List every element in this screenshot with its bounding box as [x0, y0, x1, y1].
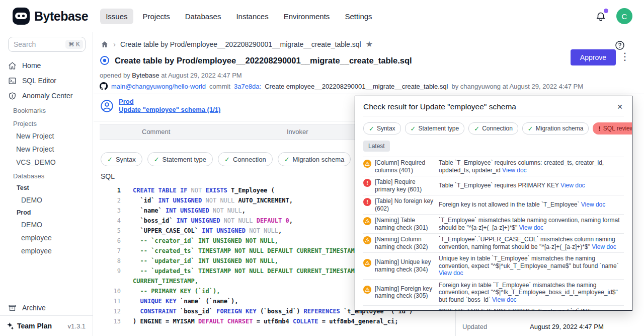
check-pill-syntax[interactable]: ✓Syntax [363, 122, 401, 135]
approve-button[interactable]: Approve [571, 49, 616, 65]
view-doc-link[interactable]: View doc [502, 167, 526, 174]
view-doc-link[interactable]: View doc [492, 296, 516, 303]
check-icon: ✓ [284, 156, 290, 163]
nav-item-settings[interactable]: Settings [339, 9, 377, 24]
sidebar-item-anomaly-center[interactable]: Anomaly Center [0, 88, 93, 103]
line-number: 4 [100, 216, 126, 226]
issue-header: Create table by Prod/employee__202208290… [100, 55, 412, 65]
sidebar-item-demo[interactable]: DEMO [0, 218, 93, 231]
sidebar-item-archive[interactable]: Archive [0, 300, 93, 315]
modal-check-pills: ✓Syntax✓Statement type✓Connection✓Migrat… [355, 116, 632, 139]
breadcrumb-title: Create table by Prod/employee__202208290… [120, 40, 361, 48]
check-rule-title: [Naming] Unique key naming check (304) [375, 258, 434, 273]
check-pill-syntax[interactable]: ✓Syntax [101, 152, 142, 166]
notification-dot [604, 9, 608, 13]
check-result-row: [Column] Required columns (401)Table `T_… [363, 157, 624, 176]
stage-env-link[interactable]: Prod [119, 98, 220, 106]
sparkle-icon [6, 322, 14, 330]
search-input[interactable]: Search ⌘ K [8, 37, 86, 52]
help-icon[interactable] [615, 40, 625, 50]
check-rule-title: [Naming] Foreign key naming check (305) [375, 285, 434, 300]
nav-item-projects[interactable]: Projects [137, 9, 176, 24]
check-result-row: [Naming] Unique key naming check (304)Un… [363, 252, 624, 279]
check-pill-label: Syntax [116, 156, 136, 163]
view-doc-link[interactable]: View doc [560, 182, 585, 189]
top-nav: IssuesProjectsDatabasesInstancesEnvironm… [100, 9, 377, 24]
check-result-row: !"CREATE TABLE IF NOT EXISTS T_Employee … [363, 305, 624, 311]
check-pill-migration-schema[interactable]: ✓Migration schema [278, 152, 351, 166]
check-result-row: [Naming] Foreign key naming check (305)F… [363, 279, 624, 306]
avatar[interactable]: C [616, 8, 632, 24]
warning-icon [363, 259, 371, 267]
exclamation-icon: ! [598, 125, 600, 132]
sidebar-item-new-project[interactable]: New Project [0, 129, 93, 143]
stage-task-link[interactable]: Update "employee" schema (1/1) [119, 106, 220, 114]
sidebar-item-new-project[interactable]: New Project [0, 143, 93, 156]
warning-icon [363, 160, 371, 168]
sidebar-section-databases: Databases [0, 169, 93, 182]
plan-name[interactable]: Team Plan [17, 322, 52, 330]
bookmark-star-icon[interactable]: ★ [366, 39, 373, 49]
commit-hash-link[interactable]: 3a7e8da: [234, 83, 261, 90]
sql-section-label: SQL [101, 172, 115, 180]
right-panel-row-updated: UpdatedAugust 29, 2022 4:47 PM [462, 323, 604, 330]
sidebar: Search ⌘ K HomeSQL EditorAnomaly Center … [0, 32, 93, 336]
nav-item-issues[interactable]: Issues [100, 9, 133, 24]
view-doc-link[interactable]: View doc [592, 243, 616, 250]
nav-item-databases[interactable]: Databases [180, 9, 227, 24]
stage-row: Prod Update "employee" schema (1/1) [100, 98, 220, 114]
check-pill-label: Connection [482, 125, 513, 132]
check-rule-title: [Naming] Table naming check (301) [375, 217, 434, 231]
check-rule-title: [Table] No foreign key (602) [375, 197, 434, 212]
opened-prefix: opened by [100, 72, 130, 79]
more-actions-icon[interactable]: ⋮ [620, 51, 630, 61]
sidebar-item-test[interactable]: Test [0, 182, 93, 193]
check-pill-statement-type[interactable]: ✓Statement type [405, 122, 465, 135]
search-shortcut-badge: ⌘ K [65, 40, 83, 49]
check-pill-migration-schema[interactable]: ✓Migration schema [522, 122, 589, 135]
github-icon [100, 82, 108, 90]
sidebar-section-bookmarks: Bookmarks [0, 103, 93, 116]
commit-author-time: by changyuwong at August 29, 2022 4:47 P… [451, 83, 583, 90]
nav-item-environments[interactable]: Environments [278, 9, 336, 24]
right-panel-value: August 29, 2022 4:47 PM [530, 323, 604, 330]
check-result-row: ![Table] No foreign key (602)Foreign key… [363, 195, 624, 214]
check-result-modal: Check result for Update "employee" schem… [355, 96, 632, 311]
code-text: ) ENGINE = MYISAM DEFAULT CHARSET = utf8… [133, 316, 435, 326]
brand[interactable]: Bytebase [0, 7, 88, 25]
check-pill-connection[interactable]: ✓Connection [468, 122, 518, 135]
sidebar-item-prod[interactable]: Prod [0, 207, 93, 218]
notifications-bell-icon[interactable] [595, 11, 606, 22]
check-rule-title: [Naming] Column naming check (302) [375, 236, 434, 250]
check-pill-connection[interactable]: ✓Connection [218, 152, 273, 166]
view-doc-link[interactable]: View doc [439, 270, 463, 277]
warning-icon [363, 217, 371, 225]
sidebar-item-home[interactable]: Home [0, 58, 93, 73]
nav-item-instances[interactable]: Instances [230, 9, 274, 24]
close-icon[interactable]: ✕ [617, 103, 623, 111]
brand-name: Bytebase [34, 9, 88, 24]
check-icon: ✓ [107, 156, 113, 163]
check-result-row: [Naming] Column naming check (302)`T_Emp… [363, 233, 624, 252]
vcs-branch-link[interactable]: main@changyuwong/hello-world [111, 83, 206, 90]
sidebar-item-demo[interactable]: DEMO [0, 193, 93, 207]
check-pill-label: Migration schema [536, 125, 584, 132]
check-pill-sql-review[interactable]: !SQL review [593, 122, 632, 135]
view-doc-link[interactable]: View doc [581, 201, 605, 208]
sidebar-item-sql-editor[interactable]: SQL Editor [0, 73, 93, 88]
sidebar-item-label: SQL Editor [22, 77, 56, 85]
check-rule-description: `T_Employee` mismatches table naming con… [439, 217, 624, 231]
sidebar-item-employee[interactable]: employee [0, 231, 93, 244]
check-icon: ✓ [474, 125, 479, 132]
sidebar-item-employee[interactable]: employee [0, 244, 93, 257]
modal-header: Check result for Update "employee" schem… [355, 96, 632, 116]
check-pill-statement-type[interactable]: ✓Statement type [147, 152, 213, 166]
line-number: 8 [100, 256, 126, 266]
check-rule-description: Unique key in table `T_Employee` mismatc… [439, 255, 624, 277]
home-breadcrumb-icon[interactable] [101, 40, 109, 48]
view-doc-link[interactable]: View doc [519, 224, 543, 231]
check-pill-label: Syntax [377, 125, 395, 132]
stage-user-icon [100, 99, 114, 113]
latest-button[interactable]: Latest [363, 141, 390, 152]
sidebar-item-vcs-demo[interactable]: VCS_DEMO [0, 156, 93, 169]
